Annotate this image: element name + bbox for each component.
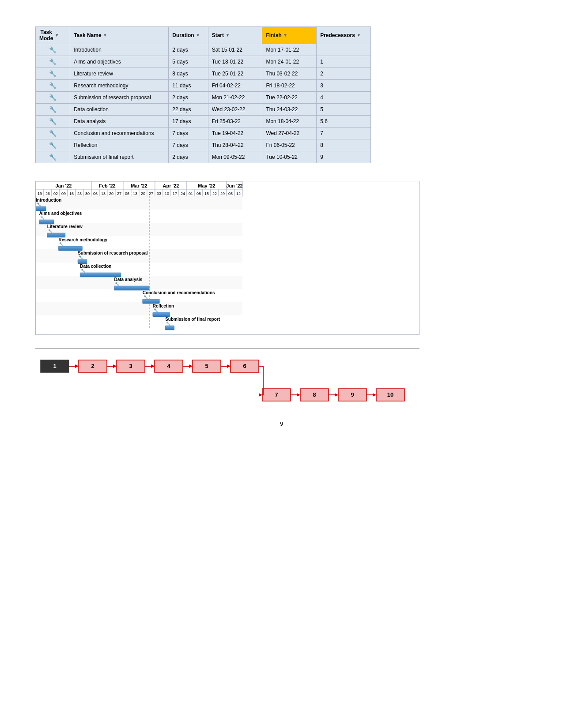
- svg-text:🔧: 🔧: [48, 229, 53, 233]
- svg-text:Jun '22: Jun '22: [226, 183, 242, 188]
- task-mode-icon: 🔧: [49, 142, 57, 149]
- svg-rect-72: [36, 302, 242, 315]
- predecessors-cell: 1: [317, 56, 371, 68]
- table-row: 🔧 Data collection 22 days Wed 23-02-22 T…: [36, 104, 371, 116]
- th-start-label: Start: [212, 32, 224, 38]
- duration-cell: 8 days: [169, 68, 208, 80]
- start-cell: Tue 25-01-22: [208, 68, 262, 80]
- svg-text:🔧: 🔧: [59, 242, 64, 246]
- table-row: 🔧 Reflection 7 days Thu 28-04-22 Fri 06-…: [36, 139, 371, 151]
- finish-cell: Fri 18-02-22: [262, 80, 317, 92]
- start-cell: Thu 28-04-22: [208, 139, 262, 151]
- predecessors-cell: [317, 44, 371, 56]
- svg-text:8: 8: [313, 391, 316, 398]
- start-cell: Fri 25-03-22: [208, 116, 262, 128]
- task-name-cell: Data analysis: [70, 116, 169, 128]
- predecessors-cell: 2: [317, 68, 371, 80]
- table-row: 🔧 Submission of final report 2 days Mon …: [36, 151, 371, 163]
- svg-text:17: 17: [173, 191, 177, 196]
- th-start[interactable]: Start ▼: [208, 27, 262, 44]
- svg-rect-83: [47, 233, 65, 237]
- svg-text:6: 6: [243, 363, 246, 369]
- svg-rect-89: [78, 259, 87, 264]
- duration-cell: 2 days: [169, 92, 208, 104]
- task-mode-icon: 🔧: [49, 106, 57, 113]
- predecessors-cell: 3: [317, 80, 371, 92]
- task-name-cell: Submission of research proposal: [70, 92, 169, 104]
- svg-marker-108: [75, 364, 79, 368]
- svg-text:Data collection: Data collection: [80, 264, 111, 269]
- svg-text:3: 3: [129, 363, 132, 369]
- sort-arrow-task-mode: ▼: [55, 33, 59, 38]
- svg-text:Mar '22: Mar '22: [131, 183, 147, 188]
- svg-rect-98: [143, 299, 160, 304]
- start-cell: Tue 18-01-22: [208, 56, 262, 68]
- svg-text:26: 26: [45, 191, 50, 196]
- th-duration[interactable]: Duration ▼: [169, 27, 208, 44]
- svg-text:20: 20: [141, 191, 145, 196]
- svg-text:Jan '22: Jan '22: [56, 183, 72, 188]
- th-task-mode-label: TaskMode: [39, 29, 53, 41]
- svg-text:03: 03: [157, 191, 161, 196]
- task-mode-cell: 🔧: [36, 68, 70, 80]
- svg-rect-101: [153, 312, 170, 317]
- network-diagram-section: 12345678910: [35, 348, 419, 408]
- svg-text:15: 15: [204, 191, 209, 196]
- svg-text:22: 22: [212, 191, 217, 196]
- svg-text:🔧: 🔧: [79, 255, 83, 259]
- svg-text:Reflection: Reflection: [153, 304, 174, 308]
- svg-text:Apr '22: Apr '22: [163, 183, 179, 188]
- svg-text:🔧: 🔧: [81, 268, 85, 273]
- task-mode-cell: 🔧: [36, 92, 70, 104]
- svg-text:10: 10: [165, 191, 169, 196]
- th-duration-label: Duration: [172, 32, 194, 38]
- svg-text:01: 01: [189, 191, 193, 196]
- svg-text:Feb '22: Feb '22: [99, 183, 115, 188]
- start-cell: Mon 21-02-22: [208, 92, 262, 104]
- svg-text:24: 24: [181, 191, 185, 196]
- sort-arrow-duration: ▼: [196, 33, 200, 38]
- task-name-cell: Literature review: [70, 68, 169, 80]
- table-row: 🔧 Data analysis 17 days Fri 25-03-22 Mon…: [36, 116, 371, 128]
- task-mode-icon: 🔧: [49, 58, 57, 65]
- start-cell: Sat 15-01-22: [208, 44, 262, 56]
- task-name-cell: Data collection: [70, 104, 169, 116]
- finish-cell: Thu 03-02-22: [262, 68, 317, 80]
- svg-marker-112: [113, 364, 117, 368]
- task-mode-icon: 🔧: [49, 118, 57, 125]
- task-mode-cell: 🔧: [36, 128, 70, 139]
- task-mode-cell: 🔧: [36, 139, 70, 151]
- table-row: 🔧 Literature review 8 days Tue 25-01-22 …: [36, 68, 371, 80]
- predecessors-cell: 8: [317, 139, 371, 151]
- svg-text:1: 1: [53, 363, 56, 369]
- th-finish[interactable]: Finish ▼: [262, 27, 317, 44]
- th-predecessors[interactable]: Predecessors ▼: [317, 27, 371, 44]
- svg-text:Conclusion and recommendations: Conclusion and recommendations: [143, 290, 215, 295]
- svg-text:Data analysis: Data analysis: [114, 277, 142, 282]
- svg-rect-92: [80, 273, 121, 277]
- svg-text:Literature review: Literature review: [47, 224, 83, 229]
- svg-text:5: 5: [205, 363, 208, 369]
- predecessors-cell: 7: [317, 128, 371, 139]
- duration-cell: 7 days: [169, 128, 208, 139]
- svg-text:🔧: 🔧: [40, 215, 45, 220]
- th-task-name[interactable]: Task Name ▼: [70, 27, 169, 44]
- task-mode-icon: 🔧: [49, 94, 57, 101]
- task-mode-icon: 🔧: [49, 82, 57, 89]
- duration-cell: 22 days: [169, 104, 208, 116]
- svg-text:29: 29: [220, 191, 225, 196]
- th-task-mode[interactable]: TaskMode ▼: [36, 27, 70, 44]
- svg-marker-138: [373, 393, 376, 397]
- th-finish-label: Finish: [266, 32, 281, 38]
- finish-cell: Tue 22-02-22: [262, 92, 317, 104]
- svg-text:7: 7: [275, 391, 278, 398]
- svg-marker-124: [227, 364, 230, 368]
- page-number: 9: [35, 421, 528, 427]
- svg-rect-104: [165, 326, 174, 330]
- start-cell: Wed 23-02-22: [208, 104, 262, 116]
- svg-text:13: 13: [133, 191, 137, 196]
- task-name-cell: Introduction: [70, 44, 169, 56]
- svg-text:06: 06: [93, 191, 98, 196]
- svg-marker-116: [151, 364, 155, 368]
- svg-marker-120: [189, 364, 193, 368]
